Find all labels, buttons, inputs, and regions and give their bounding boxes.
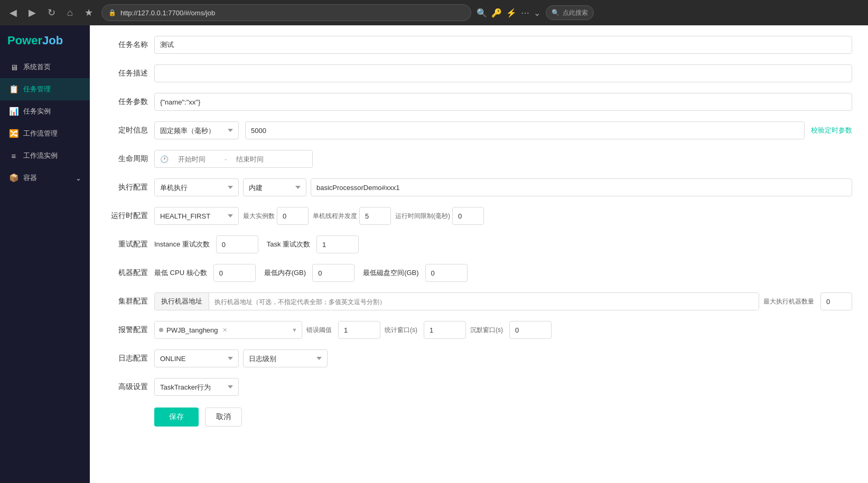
validate-timing-link[interactable]: 校验定时参数	[811, 126, 852, 135]
sidebar-item-label: 任务管理	[23, 84, 51, 94]
min-memory-input[interactable]	[312, 264, 354, 282]
max-instances-input[interactable]	[277, 207, 309, 225]
browser-chrome: ◀ ▶ ↻ ⌂ ★ 🔒 http://127.0.0.1:7700/#/oms/…	[0, 0, 868, 25]
alert-user-select-wrapper[interactable]: PWJB_tangheng ✕ ▼	[154, 321, 302, 339]
task-desc-input[interactable]	[154, 64, 852, 82]
alert-user-close[interactable]: ✕	[222, 327, 227, 334]
runtime-limit-input[interactable]	[452, 207, 484, 225]
instance-retry-input[interactable]	[216, 235, 258, 253]
min-cpu-group: 最低 CPU 核心数	[154, 264, 256, 282]
runtime-limit-label: 运行时间限制(毫秒)	[395, 212, 450, 221]
timing-type-select[interactable]: 固定频率（毫秒） 固定延迟（毫秒） CRON表达式 API触发 WorkFlow	[154, 121, 239, 139]
sidebar-item-container[interactable]: 📦 容器 ⌄	[0, 167, 90, 189]
container-left: 📦 容器	[8, 173, 37, 183]
alert-user-tag: PWJB_tangheng ✕	[159, 321, 227, 339]
url-text: http://127.0.0.1:7700/#/oms/job	[120, 9, 215, 17]
advanced-config-row: 高级设置 TaskTracker行为	[106, 378, 852, 397]
task-params-row: 任务参数	[106, 93, 852, 112]
browser-search[interactable]: 🔍 点此搜索	[546, 5, 594, 20]
exec-processor-input[interactable]	[311, 178, 852, 196]
chevron-down-icon[interactable]: ⌄	[534, 8, 540, 18]
sidebar: PowerJob 🖥 系统首页 📋 任务管理 📊 任务实例 🔀 工作流管理 ≡ …	[0, 25, 90, 483]
save-button[interactable]: 保存	[154, 408, 199, 427]
min-cpu-label: 最低 CPU 核心数	[154, 268, 207, 278]
lifecycle-start-input[interactable]	[173, 150, 220, 168]
lifecycle-label: 生命周期	[106, 150, 148, 164]
alert-user-dot	[159, 328, 163, 332]
runtime-strategy-select[interactable]: HEALTH_FIRST RANDOM ROUND_ROBIN	[154, 207, 239, 225]
sidebar-item-workflow-management[interactable]: 🔀 工作流管理	[0, 122, 90, 145]
min-cpu-input[interactable]	[213, 264, 256, 282]
max-machines-input[interactable]	[820, 292, 852, 310]
exec-type-select[interactable]: 内建 Shell Python	[243, 178, 306, 196]
forward-button[interactable]: ▶	[25, 6, 39, 20]
sidebar-item-label: 任务实例	[23, 107, 51, 116]
exec-machine-addr-input[interactable]	[209, 293, 759, 310]
bolt-icon[interactable]: ⚡	[506, 8, 517, 18]
task-params-label: 任务参数	[106, 93, 148, 107]
min-disk-label: 最低磁盘空间(GB)	[363, 268, 418, 278]
thread-concurrency-label: 单机线程并发度	[313, 212, 357, 221]
lifecycle-control: 🕐 -	[154, 150, 852, 168]
job-form: 任务名称 任务描述 任务参数 定时信息	[106, 36, 852, 427]
stat-window-input[interactable]	[424, 321, 466, 339]
alert-user-name: PWJB_tangheng	[166, 326, 218, 334]
task-name-control	[154, 36, 852, 54]
log-level-select[interactable]: 日志级别 DEBUG INFO WARN ERROR	[243, 349, 328, 367]
min-disk-input[interactable]	[425, 264, 468, 282]
security-icon: 🔒	[108, 9, 116, 16]
form-buttons: 保存 取消	[106, 408, 852, 427]
refresh-button[interactable]: ↻	[44, 6, 59, 20]
thread-concurrency-input[interactable]	[359, 207, 391, 225]
alert-dropdown-arrow: ▼	[292, 327, 297, 333]
app-container: PowerJob 🖥 系统首页 📋 任务管理 📊 任务实例 🔀 工作流管理 ≡ …	[0, 25, 868, 483]
sidebar-item-label: 工作流实例	[23, 151, 58, 160]
sidebar-item-dashboard[interactable]: 🖥 系统首页	[0, 56, 90, 78]
bookmark-button[interactable]: ★	[81, 6, 96, 20]
machine-config-control: 最低 CPU 核心数 最低内存(GB) 最低磁盘空间(GB)	[154, 264, 852, 282]
lifecycle-wrapper: 🕐 -	[154, 150, 313, 168]
log-type-select[interactable]: ONLINE LOCAL DISABLED	[154, 349, 239, 367]
task-tracker-select[interactable]: TaskTracker行为	[154, 378, 239, 396]
exec-mode-select[interactable]: 单机执行 广播执行 Map执行 MapReduce执行	[154, 178, 239, 196]
silence-window-input[interactable]	[509, 321, 552, 339]
sidebar-item-workflow-instance[interactable]: ≡ 工作流实例	[0, 145, 90, 167]
task-name-input[interactable]	[154, 36, 852, 54]
workflow-mgmt-icon: 🔀	[8, 129, 19, 138]
task-retry-input[interactable]	[316, 235, 359, 253]
cluster-config-control: 执行机器地址 最大执行机器数量	[154, 292, 852, 310]
thread-concurrency-group: 单机线程并发度	[313, 207, 391, 225]
sidebar-item-job-management[interactable]: 📋 任务管理	[0, 78, 90, 100]
sidebar-item-job-instance[interactable]: 📊 任务实例	[0, 100, 90, 122]
runtime-config-label: 运行时配置	[106, 207, 148, 221]
task-desc-label: 任务描述	[106, 64, 148, 78]
home-button[interactable]: ⌂	[64, 6, 76, 20]
min-disk-group: 最低磁盘空间(GB)	[363, 264, 467, 282]
alert-threshold-group: 错误阈值	[306, 321, 380, 339]
retry-config-row: 重试配置 Instance 重试次数 Task 重试次数	[106, 235, 852, 254]
lifecycle-end-input[interactable]	[231, 150, 278, 168]
sidebar-item-label: 系统首页	[23, 62, 51, 72]
task-params-input[interactable]	[154, 93, 852, 111]
alert-config-label: 报警配置	[106, 321, 148, 335]
task-desc-row: 任务描述	[106, 64, 852, 83]
timing-info-control: 固定频率（毫秒） 固定延迟（毫秒） CRON表达式 API触发 WorkFlow…	[154, 121, 852, 139]
exec-machine-addr-label: 执行机器地址	[155, 293, 209, 310]
back-button[interactable]: ◀	[6, 6, 20, 20]
key-icon[interactable]: 🔑	[491, 8, 502, 18]
timing-value-input[interactable]	[245, 121, 805, 139]
job-management-icon: 📋	[8, 84, 19, 94]
alert-threshold-input[interactable]	[338, 321, 380, 339]
min-memory-group: 最低内存(GB)	[264, 264, 354, 282]
dashboard-icon: 🖥	[8, 63, 19, 72]
task-retry-label: Task 重试次数	[267, 240, 310, 249]
zoom-icon[interactable]: 🔍	[477, 8, 487, 18]
cancel-button[interactable]: 取消	[205, 408, 242, 427]
address-bar[interactable]: 🔒 http://127.0.0.1:7700/#/oms/job	[101, 4, 471, 21]
chevron-down-icon: ⌄	[76, 174, 81, 182]
job-instance-icon: 📊	[8, 107, 19, 116]
lifecycle-row: 生命周期 🕐 -	[106, 150, 852, 169]
timing-info-row: 定时信息 固定频率（毫秒） 固定延迟（毫秒） CRON表达式 API触发 Wor…	[106, 121, 852, 140]
stat-window-group: 统计窗口(s)	[385, 321, 466, 339]
more-icon[interactable]: ⋯	[521, 8, 529, 18]
